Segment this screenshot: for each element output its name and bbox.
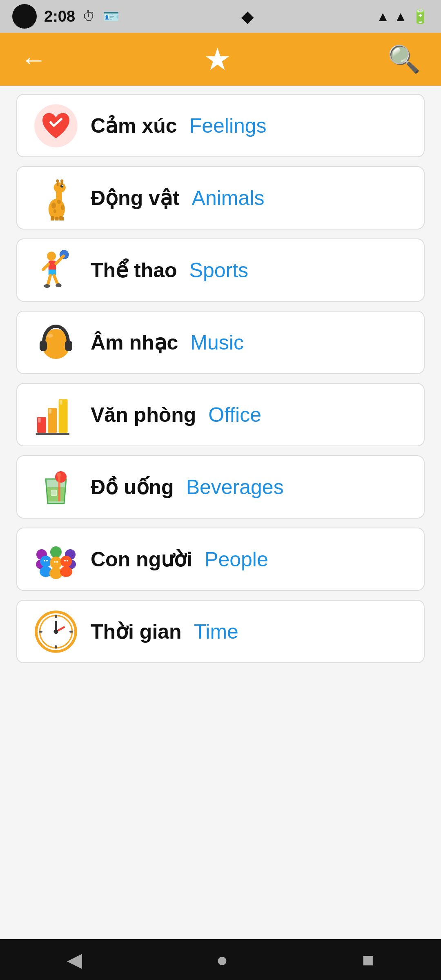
feelings-en-label: Feelings [189, 114, 267, 138]
svg-rect-65 [69, 630, 73, 632]
svg-line-24 [48, 275, 50, 285]
animals-vn-label: Động vật [91, 186, 180, 210]
svg-line-25 [54, 275, 58, 284]
svg-rect-62 [55, 615, 57, 618]
status-right-icons: ▲ ▲ 🔋 [376, 8, 429, 24]
svg-rect-34 [36, 433, 70, 435]
category-feelings[interactable]: Cảm xúc Feelings [16, 94, 425, 157]
svg-rect-29 [65, 341, 72, 351]
category-office[interactable]: Văn phòng Office [16, 383, 425, 446]
svg-point-54 [44, 560, 45, 561]
people-texts: Con người People [91, 548, 268, 571]
battery-icon: 🔋 [412, 8, 429, 24]
category-animals[interactable]: Động vật Animals [16, 166, 425, 229]
svg-rect-28 [40, 341, 47, 351]
status-center-icon: ◆ [241, 7, 254, 26]
sports-texts: Thể thao Sports [91, 258, 248, 282]
sports-icon [29, 244, 82, 297]
nav-back-button[interactable]: ◀ [67, 948, 82, 971]
svg-point-57 [56, 561, 58, 563]
svg-line-22 [56, 256, 63, 263]
beverages-vn-label: Đồ uống [91, 475, 174, 499]
favorites-button[interactable]: ★ [204, 41, 231, 77]
feelings-vn-label: Cảm xúc [91, 114, 177, 138]
back-button[interactable]: ← [20, 44, 47, 75]
time-icon [29, 605, 82, 658]
search-button[interactable]: 🔍 [388, 44, 421, 75]
people-vn-label: Con người [91, 548, 192, 571]
svg-point-56 [54, 561, 56, 563]
status-card-icon: 🪪 [103, 9, 119, 24]
svg-point-38 [55, 471, 67, 483]
music-icon [29, 316, 82, 369]
beverages-icon [29, 461, 82, 514]
office-icon [29, 388, 82, 441]
svg-point-68 [54, 629, 58, 634]
office-vn-label: Văn phòng [91, 403, 196, 427]
categories-list: Cảm xúc Feelings [0, 86, 441, 680]
signal-icon: ▲ [394, 9, 408, 24]
svg-point-55 [46, 560, 48, 561]
category-people[interactable]: Con người People [16, 528, 425, 591]
music-texts: Âm nhạc Music [91, 331, 244, 354]
status-time: 2:08 [44, 8, 75, 25]
svg-point-19 [47, 252, 56, 261]
animals-texts: Động vật Animals [91, 186, 264, 210]
svg-rect-64 [39, 630, 42, 632]
bottom-navigation: ◀ ● ■ [0, 939, 441, 980]
svg-point-27 [56, 283, 62, 287]
svg-point-50 [50, 557, 62, 569]
category-beverages[interactable]: Đồ uống Beverages [16, 455, 425, 519]
time-en-label: Time [194, 620, 238, 644]
svg-rect-41 [51, 490, 57, 496]
svg-point-16 [61, 205, 65, 210]
svg-point-13 [62, 185, 63, 186]
people-icon [29, 533, 82, 586]
svg-point-52 [60, 556, 72, 567]
time-texts: Thời gian Time [91, 620, 238, 644]
status-circle-icon [12, 4, 37, 29]
svg-point-11 [60, 179, 63, 182]
svg-rect-5 [60, 216, 64, 220]
svg-rect-3 [55, 216, 58, 220]
sports-en-label: Sports [189, 258, 249, 282]
svg-point-7 [54, 182, 66, 193]
svg-point-17 [53, 209, 56, 213]
svg-rect-63 [55, 645, 57, 649]
nav-home-button[interactable]: ● [216, 949, 228, 971]
feelings-icon [29, 99, 82, 152]
svg-rect-36 [49, 409, 51, 413]
people-en-label: People [205, 548, 268, 571]
svg-point-58 [64, 560, 66, 561]
nav-recents-button[interactable]: ■ [362, 949, 374, 971]
category-sports[interactable]: Thể thao Sports [16, 238, 425, 302]
animals-icon [29, 172, 82, 225]
time-vn-label: Thời gian [91, 620, 182, 644]
svg-point-44 [50, 546, 62, 558]
feelings-texts: Cảm xúc Feelings [91, 114, 267, 138]
svg-rect-40 [58, 473, 60, 501]
svg-point-26 [44, 284, 50, 287]
svg-point-30 [47, 334, 53, 338]
sports-vn-label: Thể thao [91, 258, 177, 282]
svg-rect-37 [60, 400, 62, 404]
toolbar: ← ★ 🔍 [0, 33, 441, 86]
animals-en-label: Animals [192, 186, 265, 210]
beverages-en-label: Beverages [186, 475, 284, 499]
status-left: 2:08 ⏱ 🪪 [12, 4, 119, 29]
music-vn-label: Âm nhạc [91, 331, 178, 354]
wifi-icon: ▲ [376, 9, 390, 24]
svg-point-59 [67, 560, 68, 561]
svg-point-15 [57, 199, 61, 204]
office-en-label: Office [208, 403, 261, 427]
beverages-texts: Đồ uống Beverages [91, 475, 284, 499]
svg-point-9 [56, 179, 59, 182]
svg-line-23 [43, 264, 49, 270]
category-music[interactable]: Âm nhạc Music [16, 311, 425, 374]
svg-point-53 [60, 566, 72, 577]
status-timer-icon: ⏱ [82, 9, 96, 24]
office-texts: Văn phòng Office [91, 403, 261, 427]
svg-rect-35 [38, 418, 41, 422]
category-time[interactable]: Thời gian Time [16, 600, 425, 663]
svg-point-14 [51, 203, 56, 209]
